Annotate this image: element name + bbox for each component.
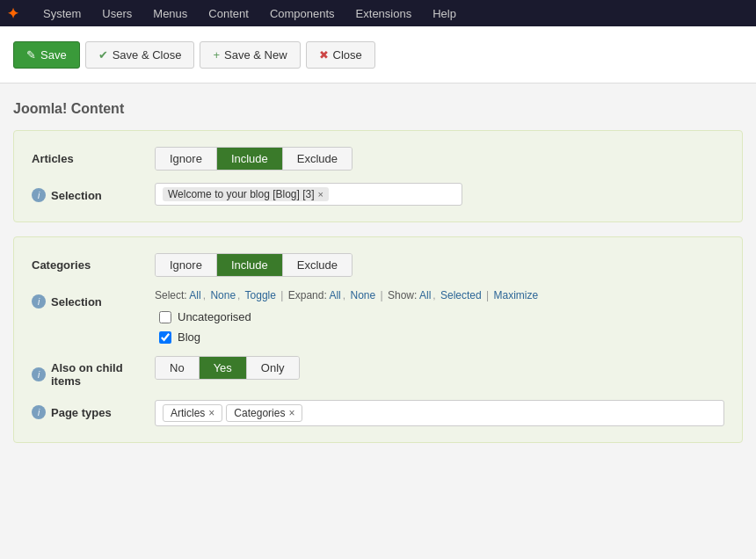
check-icon: ✔	[98, 48, 108, 62]
categories-include-btn[interactable]: Include	[217, 254, 283, 276]
articles-ignore-btn[interactable]: Ignore	[156, 148, 217, 170]
show-label: Show:	[388, 289, 417, 301]
expand-label: Expand:	[288, 289, 327, 301]
blog-checkbox[interactable]	[159, 331, 171, 344]
articles-label: Articles	[32, 152, 74, 165]
save-new-button[interactable]: + Save & New	[200, 41, 300, 69]
categories-info-icon[interactable]: i	[32, 294, 46, 309]
uncategorised-checkbox[interactable]	[159, 311, 171, 323]
select-none-link[interactable]: None	[210, 289, 236, 301]
select-all-link[interactable]: All	[189, 289, 200, 301]
show-all-link[interactable]: All	[419, 289, 431, 301]
also-child-row: i Also on child items No Yes Only	[32, 356, 724, 388]
nav-components[interactable]: Components	[259, 0, 345, 26]
also-child-label-area: i Also on child items	[32, 356, 155, 388]
categories-selection-control: Select: All, None, Toggle | Expand: All,…	[155, 289, 724, 344]
articles-card: Articles Ignore Include Exclude i Select…	[13, 130, 743, 222]
page-type-categories-label: Categories	[234, 407, 285, 419]
article-tag-remove[interactable]: ×	[318, 189, 323, 200]
also-child-only-btn[interactable]: Only	[247, 357, 299, 379]
save-button[interactable]: ✎ Save	[13, 41, 80, 69]
page-types-row: i Page types Articles × Categories ×	[32, 400, 724, 426]
toolbar: ✎ Save ✔ Save & Close + Save & New ✖ Clo…	[0, 26, 756, 83]
also-child-yes-btn[interactable]: Yes	[200, 357, 247, 379]
articles-mode-buttons: Ignore Include Exclude	[155, 147, 353, 171]
articles-mode-row: Articles Ignore Include Exclude	[32, 147, 724, 171]
top-nav: ✦ System Users Menus Content Components …	[0, 0, 756, 26]
expand-all-link[interactable]: All	[329, 289, 340, 301]
categories-selection-row: i Selection Select: All, None, Toggle | …	[32, 289, 724, 344]
also-child-buttons: No Yes Only	[155, 356, 300, 380]
page-types-label-area: i Page types	[32, 400, 155, 419]
articles-include-btn[interactable]: Include	[217, 148, 283, 170]
save-close-label: Save & Close	[113, 48, 182, 62]
article-tag: Welcome to your blog [Blog] [3] ×	[163, 187, 329, 201]
blog-label: Blog	[178, 330, 200, 344]
blog-item[interactable]: Blog	[159, 330, 724, 344]
page-types-info-icon[interactable]: i	[32, 405, 46, 419]
save-new-label: Save & New	[224, 48, 287, 62]
page-type-articles-label: Articles	[171, 407, 205, 419]
show-selected-link[interactable]: Selected	[440, 289, 482, 301]
save-close-button[interactable]: ✔ Save & Close	[85, 41, 195, 69]
nav-system[interactable]: System	[33, 0, 91, 26]
save-label: Save	[40, 48, 67, 62]
categories-selection-label-area: i Selection	[32, 289, 155, 309]
categories-mode-row: Categories Ignore Include Exclude	[32, 253, 724, 277]
also-child-info-icon[interactable]: i	[32, 367, 46, 381]
close-label: Close	[333, 48, 362, 62]
articles-selection-label-area: i Selection	[32, 183, 155, 202]
page-type-articles-remove[interactable]: ×	[208, 407, 214, 419]
also-child-label: Also on child items	[51, 361, 155, 388]
page-types-label: Page types	[51, 406, 112, 419]
categories-checkbox-list: Uncategorised Blog	[155, 310, 724, 344]
nav-help[interactable]: Help	[422, 0, 467, 26]
articles-label-area: Articles	[32, 147, 155, 165]
also-child-control: No Yes Only	[155, 356, 724, 380]
uncategorised-item[interactable]: Uncategorised	[159, 310, 724, 323]
categories-label-area: Categories	[32, 253, 155, 272]
page-type-categories-remove[interactable]: ×	[288, 407, 294, 419]
select-toggle-link[interactable]: Toggle	[245, 289, 276, 301]
nav-content[interactable]: Content	[198, 0, 259, 26]
page-type-categories: Categories ×	[226, 404, 302, 422]
main-content: Joomla! Content Articles Ignore Include …	[0, 83, 756, 475]
articles-selection-row: i Selection Welcome to your blog [Blog] …	[32, 183, 724, 206]
nav-menus[interactable]: Menus	[142, 0, 198, 26]
categories-card: Categories Ignore Include Exclude i Sele…	[13, 236, 743, 443]
articles-exclude-btn[interactable]: Exclude	[283, 148, 352, 170]
save-icon: ✎	[26, 48, 36, 62]
page-type-tags-container: Articles × Categories ×	[155, 400, 724, 426]
articles-selection-control: Welcome to your blog [Blog] [3] ×	[155, 183, 724, 206]
plus-icon: +	[213, 48, 220, 62]
close-button[interactable]: ✖ Close	[306, 41, 375, 69]
uncategorised-label: Uncategorised	[178, 310, 251, 323]
categories-selection-label: Selection	[51, 295, 102, 309]
categories-ignore-btn[interactable]: Ignore	[156, 254, 217, 276]
categories-exclude-btn[interactable]: Exclude	[283, 254, 352, 276]
page-types-control: Articles × Categories ×	[155, 400, 724, 426]
page-type-articles: Articles ×	[163, 404, 222, 422]
categories-btn-group: Ignore Include Exclude	[155, 253, 724, 277]
close-icon: ✖	[319, 48, 329, 62]
articles-info-icon[interactable]: i	[32, 188, 46, 202]
categories-mode-buttons: Ignore Include Exclude	[155, 253, 353, 277]
categories-label: Categories	[32, 258, 91, 272]
articles-tag-input[interactable]: Welcome to your blog [Blog] [3] ×	[155, 183, 462, 206]
select-label: Select:	[155, 289, 187, 301]
expand-none-link[interactable]: None	[350, 289, 375, 301]
nav-extensions[interactable]: Extensions	[345, 0, 423, 26]
maximize-link[interactable]: Maximize	[494, 289, 539, 301]
articles-btn-group: Ignore Include Exclude	[155, 147, 724, 171]
article-tag-text: Welcome to your blog [Blog] [3]	[168, 188, 315, 200]
also-child-no-btn[interactable]: No	[156, 357, 200, 379]
categories-select-controls: Select: All, None, Toggle | Expand: All,…	[155, 289, 724, 301]
joomla-logo: ✦	[7, 5, 18, 22]
articles-selection-label: Selection	[51, 189, 102, 202]
nav-users[interactable]: Users	[91, 0, 142, 26]
page-title: Joomla! Content	[13, 101, 743, 117]
